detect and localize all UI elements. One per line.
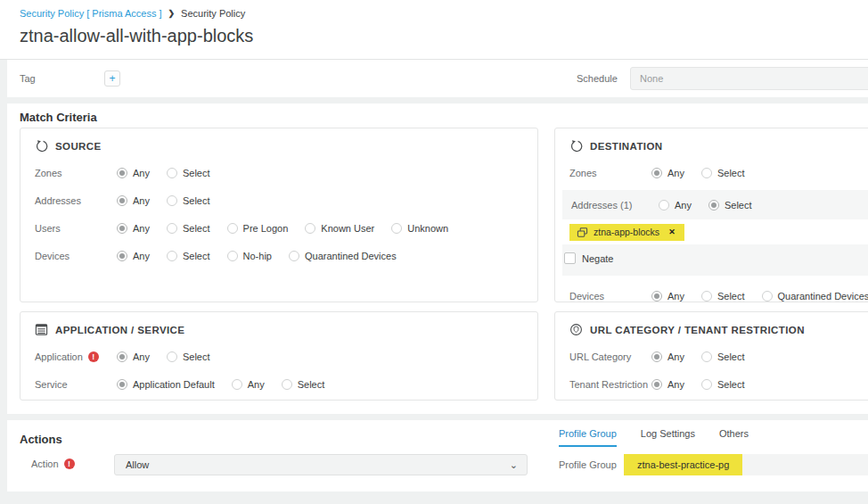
radio-dst-zones-any[interactable]: Any <box>651 168 684 178</box>
breadcrumb-separator-icon: ❯ <box>168 9 176 18</box>
tab-profile-group[interactable]: Profile Group <box>559 428 617 447</box>
radio-tenant-any[interactable]: Any <box>651 379 684 390</box>
radio-service-appdefault[interactable]: Application Default <box>117 379 215 390</box>
schedule-label: Schedule <box>577 73 618 84</box>
page-header: Security Policy [ Prisma Access ] ❯ Secu… <box>0 0 868 60</box>
destination-title: DESTINATION <box>590 141 663 152</box>
source-zones-row: Zones Any Select <box>20 159 537 186</box>
row-label: Addresses <box>35 195 117 206</box>
destination-addresses-row: Addresses (1) Any Select <box>562 192 868 218</box>
address-chip-label: ztna-app-blocks <box>594 227 659 237</box>
tab-others[interactable]: Others <box>719 428 749 447</box>
radio-urlcategory-select[interactable]: Select <box>701 351 745 362</box>
radio-service-any[interactable]: Any <box>232 379 265 390</box>
add-tag-button[interactable]: + <box>104 70 120 87</box>
row-label: URL Category <box>569 351 651 362</box>
breadcrumb-link[interactable]: Security Policy [ Prisma Access ] <box>20 8 162 19</box>
negate-checkbox[interactable] <box>564 252 576 264</box>
radio-devices-select[interactable]: Select <box>167 251 210 261</box>
source-devices-row: Devices Any Select No-hip Quarantined De… <box>20 242 537 269</box>
radio-zones-any[interactable]: Any <box>117 168 150 178</box>
radio-icon <box>167 223 177 234</box>
tag-label: Tag <box>20 73 36 84</box>
radio-dst-zones-select[interactable]: Select <box>701 168 745 178</box>
radio-icon <box>167 168 177 178</box>
chip-close-icon[interactable]: ✕ <box>668 227 676 236</box>
radio-icon <box>167 195 177 206</box>
tenant-restriction-row: Tenant Restriction Any Select <box>555 370 868 398</box>
row-label: Users <box>35 223 117 234</box>
application-row: Application ! Any Select <box>20 343 537 370</box>
radio-zones-select[interactable]: Select <box>167 168 210 178</box>
application-list-icon <box>35 323 48 336</box>
radio-dst-addresses-select[interactable]: Select <box>708 200 752 211</box>
radio-service-select[interactable]: Select <box>282 379 325 390</box>
radio-application-select[interactable]: Select <box>167 351 210 362</box>
url-tenant-box: URL CATEGORY / TENANT RESTRICTION URL Ca… <box>554 311 868 401</box>
page-title: ztna-allow-all-with-app-blocks <box>20 26 868 46</box>
radio-users-select[interactable]: Select <box>167 223 210 234</box>
radio-application-any[interactable]: Any <box>117 351 150 362</box>
required-icon: ! <box>64 459 75 469</box>
radio-users-any[interactable]: Any <box>117 223 150 234</box>
radio-dst-devices-select[interactable]: Select <box>701 291 745 302</box>
actions-heading: Actions <box>20 433 62 446</box>
negate-label: Negate <box>582 253 613 264</box>
row-label: Devices <box>569 291 651 302</box>
action-label: Action ! <box>31 459 75 469</box>
application-service-header: APPLICATION / SERVICE <box>20 312 537 336</box>
application-service-box: APPLICATION / SERVICE Application ! Any … <box>20 311 538 401</box>
application-service-title: APPLICATION / SERVICE <box>55 325 184 335</box>
negate-row: Negate <box>562 246 868 270</box>
radio-icon <box>651 379 662 390</box>
destination-addresses-band: Addresses (1) Any Select ztna-app-blocks… <box>562 190 868 276</box>
radio-icon <box>708 200 719 211</box>
profile-group-select[interactable]: ztna-best-practice-pg <box>624 454 868 475</box>
radio-dst-devices-any[interactable]: Any <box>651 291 684 302</box>
radio-users-unknown[interactable]: Unknown <box>391 223 448 234</box>
source-addresses-row: Addresses Any Select <box>20 186 537 214</box>
match-criteria-heading: Match Criteria <box>20 111 97 124</box>
address-select-field[interactable]: ztna-app-blocks ✕ <box>562 219 868 244</box>
radio-icon <box>289 251 299 261</box>
radio-tenant-select[interactable]: Select <box>701 379 745 390</box>
row-label: Zones <box>569 168 651 178</box>
radio-users-knownuser[interactable]: Known User <box>305 223 374 234</box>
radio-icon <box>167 251 177 261</box>
schedule-select[interactable]: None <box>630 67 868 90</box>
destination-header: DESTINATION <box>555 128 868 153</box>
radio-icon <box>282 379 292 390</box>
radio-addresses-select[interactable]: Select <box>167 195 210 206</box>
radio-icon <box>659 200 669 211</box>
general-panel: Tag + Schedule None <box>7 60 868 97</box>
tab-log-settings[interactable]: Log Settings <box>641 428 695 447</box>
required-icon: ! <box>88 351 99 362</box>
radio-icon <box>651 168 662 178</box>
zone-icon <box>35 139 48 153</box>
source-box: SOURCE Zones Any Select Addresses Any Se… <box>20 128 538 302</box>
radio-icon <box>651 351 662 362</box>
service-row: Service Application Default Any Select <box>20 370 537 398</box>
radio-addresses-any[interactable]: Any <box>117 195 150 206</box>
radio-dst-devices-quarantined[interactable]: Quarantined Devices <box>762 291 868 302</box>
radio-icon <box>227 251 238 261</box>
address-group-icon <box>577 227 588 238</box>
radio-dst-addresses-any[interactable]: Any <box>659 200 692 211</box>
radio-devices-any[interactable]: Any <box>117 251 150 261</box>
address-chip: ztna-app-blocks ✕ <box>569 224 684 241</box>
radio-devices-quarantined[interactable]: Quarantined Devices <box>289 251 397 261</box>
radio-urlcategory-any[interactable]: Any <box>651 351 684 362</box>
row-label: Addresses (1) <box>571 200 659 211</box>
radio-icon <box>117 168 127 178</box>
profile-group-label: Profile Group <box>559 459 617 470</box>
radio-devices-nohip[interactable]: No-hip <box>227 251 272 261</box>
action-dropdown[interactable]: Allow ⌄ <box>114 454 528 475</box>
radio-icon <box>701 168 712 178</box>
radio-icon <box>117 379 127 390</box>
row-label: Service <box>35 379 117 390</box>
source-users-row: Users Any Select Pre Logon Known User Un… <box>20 214 537 242</box>
breadcrumb-current: Security Policy <box>181 8 245 19</box>
radio-users-prelogon[interactable]: Pre Logon <box>227 223 289 234</box>
actions-tabs: Profile Group Log Settings Others <box>559 428 749 447</box>
match-criteria-panel: Match Criteria SOURCE Zones Any Select A… <box>7 103 868 414</box>
